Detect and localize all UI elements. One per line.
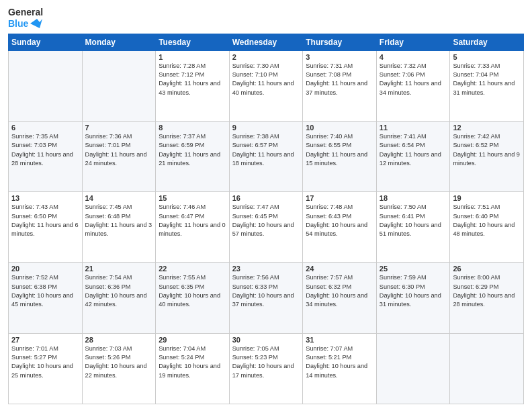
day-header-saturday: Saturday (450, 34, 524, 50)
day-number: 8 (159, 124, 226, 132)
day-info: Sunrise: 7:05 AM Sunset: 5:23 PM Dayligh… (232, 345, 300, 380)
day-info: Sunrise: 7:03 AM Sunset: 5:26 PM Dayligh… (85, 345, 153, 380)
day-info: Sunrise: 7:51 AM Sunset: 6:40 PM Dayligh… (453, 203, 521, 238)
day-header-friday: Friday (376, 34, 450, 50)
day-number: 15 (159, 194, 226, 202)
calendar-cell: 14Sunrise: 7:45 AM Sunset: 6:48 PM Dayli… (82, 192, 156, 263)
page: General Blue SundayMondayTuesdayWednesda… (0, 0, 532, 411)
calendar-cell: 19Sunrise: 7:51 AM Sunset: 6:40 PM Dayli… (450, 192, 524, 263)
day-header-thursday: Thursday (303, 34, 377, 50)
calendar-cell: 28Sunrise: 7:03 AM Sunset: 5:26 PM Dayli… (82, 333, 156, 404)
calendar-cell: 6Sunrise: 7:35 AM Sunset: 7:03 PM Daylig… (9, 121, 83, 191)
day-number: 12 (453, 124, 521, 132)
calendar-cell: 29Sunrise: 7:04 AM Sunset: 5:24 PM Dayli… (156, 333, 230, 404)
calendar-cell: 9Sunrise: 7:38 AM Sunset: 6:57 PM Daylig… (229, 121, 303, 191)
day-header-wednesday: Wednesday (229, 34, 303, 50)
day-number: 24 (306, 265, 373, 273)
day-info: Sunrise: 7:01 AM Sunset: 5:27 PM Dayligh… (11, 345, 79, 380)
day-info: Sunrise: 7:46 AM Sunset: 6:47 PM Dayligh… (159, 203, 226, 238)
logo: General Blue (8, 7, 43, 30)
day-header-tuesday: Tuesday (156, 34, 230, 50)
week-row-5: 27Sunrise: 7:01 AM Sunset: 5:27 PM Dayli… (9, 333, 524, 404)
calendar-cell: 5Sunrise: 7:33 AM Sunset: 7:04 PM Daylig… (450, 50, 524, 121)
day-number: 25 (380, 265, 447, 273)
logo-blue: Blue (8, 18, 43, 30)
day-number: 10 (306, 124, 373, 132)
day-info: Sunrise: 7:50 AM Sunset: 6:41 PM Dayligh… (380, 203, 447, 238)
day-number: 6 (11, 124, 79, 132)
calendar-cell: 31Sunrise: 7:07 AM Sunset: 5:21 PM Dayli… (303, 333, 377, 404)
day-number: 11 (380, 124, 447, 132)
day-info: Sunrise: 7:57 AM Sunset: 6:32 PM Dayligh… (306, 273, 373, 309)
calendar-cell (376, 333, 450, 404)
day-info: Sunrise: 7:56 AM Sunset: 6:33 PM Dayligh… (232, 273, 300, 309)
day-number: 23 (232, 265, 300, 273)
day-info: Sunrise: 7:48 AM Sunset: 6:43 PM Dayligh… (306, 203, 373, 238)
day-number: 19 (453, 194, 521, 202)
day-info: Sunrise: 7:42 AM Sunset: 6:52 PM Dayligh… (453, 132, 521, 168)
logo-bird-icon (30, 19, 42, 28)
day-number: 26 (453, 265, 521, 273)
day-number: 27 (11, 336, 79, 344)
day-number: 2 (232, 53, 300, 61)
day-number: 29 (159, 336, 226, 344)
calendar-cell: 26Sunrise: 8:00 AM Sunset: 6:29 PM Dayli… (450, 263, 524, 333)
calendar-cell: 7Sunrise: 7:36 AM Sunset: 7:01 PM Daylig… (82, 121, 156, 191)
day-info: Sunrise: 7:07 AM Sunset: 5:21 PM Dayligh… (306, 345, 373, 380)
calendar-cell: 13Sunrise: 7:43 AM Sunset: 6:50 PM Dayli… (9, 192, 83, 263)
day-info: Sunrise: 7:59 AM Sunset: 6:30 PM Dayligh… (380, 273, 447, 309)
day-number: 22 (159, 265, 226, 273)
day-info: Sunrise: 7:40 AM Sunset: 6:55 PM Dayligh… (306, 132, 373, 168)
day-info: Sunrise: 7:43 AM Sunset: 6:50 PM Dayligh… (11, 203, 79, 238)
day-header-sunday: Sunday (9, 34, 83, 50)
day-info: Sunrise: 7:37 AM Sunset: 6:59 PM Dayligh… (159, 132, 226, 168)
day-info: Sunrise: 7:04 AM Sunset: 5:24 PM Dayligh… (159, 345, 226, 380)
calendar-cell: 27Sunrise: 7:01 AM Sunset: 5:27 PM Dayli… (9, 333, 83, 404)
calendar-cell: 11Sunrise: 7:41 AM Sunset: 6:54 PM Dayli… (376, 121, 450, 191)
day-header-monday: Monday (82, 34, 156, 50)
calendar-cell (450, 333, 524, 404)
day-info: Sunrise: 7:31 AM Sunset: 7:08 PM Dayligh… (306, 62, 373, 97)
calendar-cell: 1Sunrise: 7:28 AM Sunset: 7:12 PM Daylig… (156, 50, 230, 121)
day-number: 20 (11, 265, 79, 273)
day-info: Sunrise: 7:41 AM Sunset: 6:54 PM Dayligh… (380, 132, 447, 168)
day-info: Sunrise: 7:36 AM Sunset: 7:01 PM Dayligh… (85, 132, 153, 168)
day-info: Sunrise: 7:33 AM Sunset: 7:04 PM Dayligh… (453, 62, 521, 97)
calendar-cell: 30Sunrise: 7:05 AM Sunset: 5:23 PM Dayli… (229, 333, 303, 404)
calendar-cell: 25Sunrise: 7:59 AM Sunset: 6:30 PM Dayli… (376, 263, 450, 333)
calendar-cell: 12Sunrise: 7:42 AM Sunset: 6:52 PM Dayli… (450, 121, 524, 191)
calendar-cell (9, 50, 83, 121)
header: General Blue (8, 7, 524, 30)
day-info: Sunrise: 7:45 AM Sunset: 6:48 PM Dayligh… (85, 203, 153, 238)
day-number: 1 (159, 53, 226, 61)
week-row-1: 1Sunrise: 7:28 AM Sunset: 7:12 PM Daylig… (9, 50, 524, 121)
day-info: Sunrise: 7:54 AM Sunset: 6:36 PM Dayligh… (85, 273, 153, 309)
week-row-2: 6Sunrise: 7:35 AM Sunset: 7:03 PM Daylig… (9, 121, 524, 191)
week-row-3: 13Sunrise: 7:43 AM Sunset: 6:50 PM Dayli… (9, 192, 524, 263)
calendar-cell: 18Sunrise: 7:50 AM Sunset: 6:41 PM Dayli… (376, 192, 450, 263)
day-number: 31 (306, 336, 373, 344)
calendar-cell: 2Sunrise: 7:30 AM Sunset: 7:10 PM Daylig… (229, 50, 303, 121)
calendar-cell: 17Sunrise: 7:48 AM Sunset: 6:43 PM Dayli… (303, 192, 377, 263)
calendar-cell: 20Sunrise: 7:52 AM Sunset: 6:38 PM Dayli… (9, 263, 83, 333)
calendar-cell: 24Sunrise: 7:57 AM Sunset: 6:32 PM Dayli… (303, 263, 377, 333)
day-number: 16 (232, 194, 300, 202)
calendar-cell (82, 50, 156, 121)
day-number: 28 (85, 336, 153, 344)
day-number: 7 (85, 124, 153, 132)
day-number: 18 (380, 194, 447, 202)
day-info: Sunrise: 8:00 AM Sunset: 6:29 PM Dayligh… (453, 273, 521, 309)
day-number: 3 (306, 53, 373, 61)
week-row-4: 20Sunrise: 7:52 AM Sunset: 6:38 PM Dayli… (9, 263, 524, 333)
svg-marker-0 (30, 19, 42, 28)
calendar-cell: 16Sunrise: 7:47 AM Sunset: 6:45 PM Dayli… (229, 192, 303, 263)
calendar-cell: 4Sunrise: 7:32 AM Sunset: 7:06 PM Daylig… (376, 50, 450, 121)
day-number: 14 (85, 194, 153, 202)
calendar-cell: 15Sunrise: 7:46 AM Sunset: 6:47 PM Dayli… (156, 192, 230, 263)
day-number: 13 (11, 194, 79, 202)
day-info: Sunrise: 7:32 AM Sunset: 7:06 PM Dayligh… (380, 62, 447, 97)
calendar-cell: 10Sunrise: 7:40 AM Sunset: 6:55 PM Dayli… (303, 121, 377, 191)
calendar-cell: 23Sunrise: 7:56 AM Sunset: 6:33 PM Dayli… (229, 263, 303, 333)
day-number: 4 (380, 53, 447, 61)
day-number: 17 (306, 194, 373, 202)
